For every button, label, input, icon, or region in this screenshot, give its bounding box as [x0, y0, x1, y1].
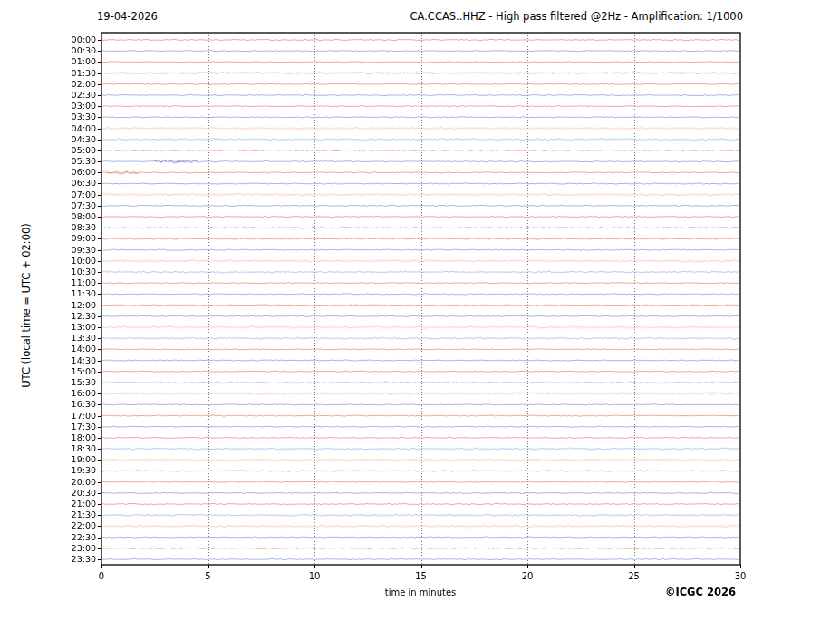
- y-tick-label: 04:30: [0, 135, 96, 144]
- y-tick-label: 08:30: [0, 223, 96, 232]
- y-tick-label: 22:30: [0, 533, 96, 542]
- y-tick-label: 16:30: [0, 400, 96, 409]
- y-tick-label: 21:00: [0, 500, 96, 509]
- y-tick-label: 08:00: [0, 212, 96, 221]
- plot-title: CA.CCAS..HHZ - High pass filtered @2Hz -…: [0, 10, 743, 23]
- y-tick-label: 14:30: [0, 356, 96, 365]
- y-tick-label: 20:00: [0, 478, 96, 487]
- y-tick-label: 15:00: [0, 367, 96, 376]
- y-tick-label: 23:30: [0, 555, 96, 564]
- y-tick-label: 02:30: [0, 91, 96, 100]
- y-tick-label: 07:00: [0, 190, 96, 199]
- y-tick-label: 06:30: [0, 179, 96, 188]
- y-tick-label: 17:00: [0, 412, 96, 421]
- y-tick-label: 00:30: [0, 46, 96, 55]
- y-tick-label: 04:00: [0, 124, 96, 133]
- y-tick-label: 16:00: [0, 389, 96, 398]
- copyright-label: ©ICGC 2026: [555, 586, 736, 598]
- y-tick-label: 11:30: [0, 289, 96, 298]
- y-tick-label: 15:30: [0, 378, 96, 387]
- y-tick-label: 20:30: [0, 489, 96, 498]
- y-tick-label: 03:00: [0, 102, 96, 111]
- y-tick-label: 19:00: [0, 455, 96, 464]
- y-tick-label: 13:30: [0, 334, 96, 343]
- y-tick-label: 18:30: [0, 444, 96, 453]
- y-tick-label: 23:00: [0, 544, 96, 553]
- y-tick-label: 11:00: [0, 278, 96, 287]
- y-tick-label: 02:00: [0, 80, 96, 89]
- y-tick-label: 09:30: [0, 246, 96, 255]
- x-tick-label: 30: [722, 571, 758, 582]
- y-tick-label: 18:00: [0, 433, 96, 442]
- y-tick-label: 10:30: [0, 267, 96, 277]
- x-tick-label: 15: [403, 571, 439, 582]
- x-tick-label: 0: [83, 571, 120, 582]
- y-tick-label: 09:00: [0, 234, 96, 243]
- y-tick-label: 19:30: [0, 466, 96, 475]
- x-tick-label: 25: [616, 571, 652, 582]
- y-tick-label: 03:30: [0, 112, 96, 121]
- x-tick-label: 10: [296, 571, 333, 582]
- y-tick-label: 21:30: [0, 510, 96, 519]
- y-tick-label: 05:00: [0, 146, 96, 155]
- x-axis-title: time in minutes: [330, 587, 511, 597]
- y-tick-label: 17:30: [0, 422, 96, 432]
- y-tick-label: 22:00: [0, 521, 96, 530]
- y-tick-label: 05:30: [0, 157, 96, 166]
- y-tick-label: 00:00: [0, 35, 96, 44]
- y-tick-label: 10:00: [0, 257, 96, 266]
- y-tick-label: 12:30: [0, 312, 96, 321]
- helicorder-page: { "chart_data": { "type": "line", "date"…: [0, 0, 840, 631]
- y-tick-label: 01:30: [0, 69, 96, 78]
- y-tick-label: 14:00: [0, 345, 96, 354]
- x-tick-label: 5: [190, 571, 227, 582]
- helicorder-plot-canvas: [91, 27, 749, 577]
- x-tick-label: 20: [509, 571, 546, 582]
- y-tick-label: 07:30: [0, 201, 96, 210]
- y-tick-label: 12:00: [0, 301, 96, 310]
- y-tick-label: 06:00: [0, 168, 96, 177]
- y-tick-label: 01:00: [0, 57, 96, 66]
- y-tick-label: 13:00: [0, 323, 96, 332]
